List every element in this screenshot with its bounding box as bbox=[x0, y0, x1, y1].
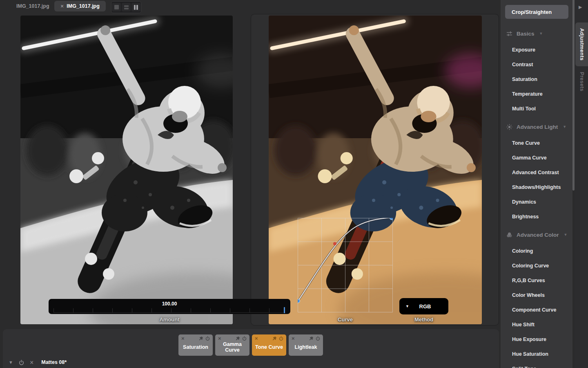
crop-straighten-button[interactable]: Crop/Straighten bbox=[505, 5, 568, 19]
single-view-button[interactable] bbox=[112, 3, 121, 11]
view-mode-group bbox=[111, 1, 141, 13]
sidebar-item-gamma-curve[interactable]: Gamma Curve bbox=[512, 155, 572, 161]
adjustments-sidebar: Crop/Straighten Basics ▼ Exposure Contra… bbox=[501, 0, 572, 368]
chevron-down-icon[interactable]: ▼ bbox=[9, 360, 13, 365]
pin-icon[interactable] bbox=[272, 336, 277, 341]
sidebar-item-advanced-contrast[interactable]: Advanced Contrast bbox=[512, 169, 572, 176]
after-image bbox=[269, 16, 482, 324]
tone-curve-editor[interactable] bbox=[298, 218, 393, 313]
remove-filter-icon[interactable]: × bbox=[255, 336, 258, 341]
chevron-down-icon: ▼ bbox=[539, 31, 543, 36]
curve-point-shadow bbox=[298, 299, 300, 303]
sidebar-item-hue-shift[interactable]: Hue Shift bbox=[512, 321, 572, 328]
sidebar-item-dynamics[interactable]: Dynamics bbox=[512, 199, 572, 205]
amount-label: Amount bbox=[49, 316, 290, 323]
method-dropdown[interactable]: ▼ RGB bbox=[399, 298, 448, 314]
sidebar-item-multi-tool[interactable]: Multi Tool bbox=[512, 105, 572, 112]
method-value: RGB bbox=[409, 303, 441, 310]
section-label: Basics bbox=[517, 31, 535, 37]
sidebar-item-rgb-curves[interactable]: R,G,B Curves bbox=[512, 277, 572, 284]
power-icon[interactable] bbox=[242, 336, 247, 341]
remove-filter-icon[interactable]: × bbox=[292, 336, 295, 341]
active-tab[interactable]: × IMG_1017.jpg bbox=[54, 1, 106, 11]
sidebar-item-saturation[interactable]: Saturation bbox=[512, 76, 572, 83]
amount-value: 100.00 bbox=[49, 301, 290, 307]
power-icon[interactable] bbox=[316, 336, 320, 341]
power-icon[interactable] bbox=[205, 336, 210, 341]
remove-filter-icon[interactable]: × bbox=[181, 336, 185, 341]
filter-tile-label: Gamma Curve bbox=[218, 341, 247, 354]
method-label: Method bbox=[399, 316, 448, 323]
sidebar-item-tone-curve[interactable]: Tone Curve bbox=[512, 140, 572, 146]
filter-tiles: × Saturation × Gamma Curve × T bbox=[178, 334, 323, 356]
filter-tile-label: Tone Curve bbox=[255, 341, 283, 354]
amount-ruler bbox=[53, 308, 285, 313]
split-horizontal-view-button[interactable] bbox=[122, 3, 131, 11]
sidebar-item-hue-exposure[interactable]: Hue Exposure bbox=[512, 336, 572, 343]
pin-icon[interactable] bbox=[309, 336, 314, 341]
filter-tile-gamma-curve[interactable]: × Gamma Curve bbox=[215, 334, 249, 356]
tab-adjustments[interactable]: Adjustments bbox=[575, 22, 588, 66]
split-vertical-icon bbox=[134, 5, 138, 10]
sidebar-item-component-curve[interactable]: Component Curve bbox=[512, 307, 572, 313]
sun-icon bbox=[506, 124, 512, 130]
preset-name: Mattes 08* bbox=[41, 359, 67, 365]
before-image bbox=[20, 16, 233, 324]
filter-tile-label: Lightleak bbox=[292, 341, 320, 354]
sidebar-item-brightness[interactable]: Brightness bbox=[512, 213, 572, 220]
sidebar-item-split-tone[interactable]: Split Tone bbox=[512, 366, 572, 368]
tab-presets-label: Presets bbox=[579, 72, 585, 91]
split-vertical-view-button[interactable] bbox=[131, 3, 140, 11]
color-circles-icon bbox=[506, 232, 512, 238]
split-horizontal-icon bbox=[124, 5, 129, 9]
power-icon[interactable] bbox=[19, 360, 24, 365]
section-label: Advanced Color bbox=[517, 232, 559, 238]
sidebar-item-color-wheels[interactable]: Color Wheels bbox=[512, 292, 572, 298]
amount-marker[interactable] bbox=[284, 307, 285, 313]
section-advanced-light[interactable]: Advanced Light ▼ bbox=[506, 123, 572, 130]
curve-label: Curve bbox=[298, 316, 393, 323]
sidebar-item-exposure[interactable]: Exposure bbox=[512, 47, 572, 53]
sidebar-item-hue-saturation[interactable]: Hue Saturation bbox=[512, 351, 572, 357]
filter-tile-label: Saturation bbox=[181, 341, 210, 354]
sidebar-item-coloring[interactable]: Coloring bbox=[512, 248, 572, 254]
active-tab-label: IMG_1017.jpg bbox=[67, 3, 100, 9]
filter-tile-tone-curve[interactable]: × Tone Curve bbox=[252, 334, 286, 356]
filter-tile-lightleak[interactable]: × Lightleak bbox=[289, 334, 323, 356]
background-tab[interactable]: IMG_1017.jpg bbox=[16, 3, 49, 9]
sliders-icon bbox=[506, 31, 512, 37]
filter-tile-saturation[interactable]: × Saturation bbox=[178, 334, 213, 356]
close-tab-icon[interactable]: × bbox=[60, 3, 64, 9]
amount-slider[interactable]: 100.00 bbox=[49, 299, 290, 314]
sidebar-item-shadows-highlights[interactable]: Shadows/Highlights bbox=[512, 184, 572, 191]
chevron-down-icon: ▼ bbox=[563, 233, 568, 237]
remove-filter-icon[interactable]: × bbox=[218, 336, 221, 341]
pin-icon[interactable] bbox=[236, 336, 240, 341]
curve-point-highlight bbox=[390, 218, 393, 220]
power-icon[interactable] bbox=[279, 336, 283, 341]
after-pane bbox=[251, 14, 499, 325]
tab-presets[interactable]: Presets bbox=[575, 70, 588, 94]
close-icon[interactable]: × bbox=[30, 360, 33, 365]
curve-point-mid bbox=[333, 242, 336, 245]
sidebar-item-contrast[interactable]: Contrast bbox=[512, 61, 572, 68]
section-advanced-color[interactable]: Advanced Color ▼ bbox=[506, 231, 572, 238]
filter-stack-bar: × Saturation × Gamma Curve × T bbox=[3, 329, 499, 368]
pin-icon[interactable] bbox=[199, 336, 203, 341]
chevron-down-icon: ▼ bbox=[405, 304, 409, 308]
section-basics[interactable]: Basics ▼ bbox=[506, 30, 572, 37]
preset-controls: ▼ × Mattes 08* bbox=[9, 359, 67, 365]
sidebar-item-coloring-curve[interactable]: Coloring Curve bbox=[512, 263, 572, 269]
chevron-down-icon: ▼ bbox=[562, 125, 566, 129]
tab-adjustments-label: Adjustments bbox=[579, 28, 585, 61]
sidebar-item-temperature[interactable]: Temperature bbox=[512, 91, 572, 97]
section-label: Advanced Light bbox=[517, 124, 558, 130]
single-view-icon bbox=[114, 5, 119, 9]
collapse-panel-icon[interactable]: ▶ bbox=[579, 4, 582, 10]
